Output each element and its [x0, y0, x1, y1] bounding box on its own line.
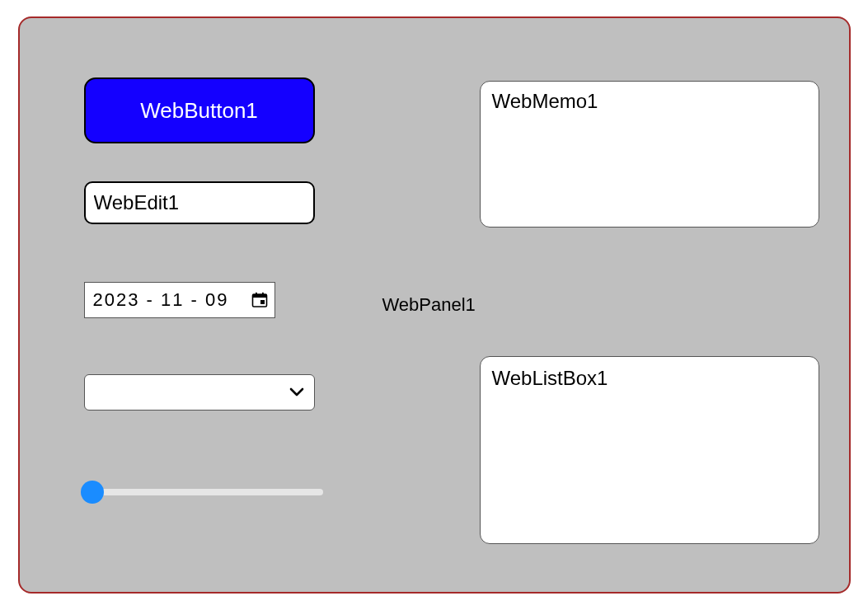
calendar-icon: [251, 292, 268, 308]
slider-track: [84, 489, 323, 495]
web-memo-1[interactable]: [480, 81, 819, 228]
date-value: 2023 - 11 - 09: [93, 289, 251, 311]
svg-rect-4: [260, 300, 265, 304]
web-date-picker-1[interactable]: 2023 - 11 - 09: [84, 282, 275, 318]
svg-rect-1: [252, 294, 266, 298]
web-list-box-1[interactable]: WebListBox1: [480, 356, 819, 544]
web-edit-1[interactable]: [84, 181, 315, 224]
svg-rect-2: [256, 293, 257, 296]
web-track-bar-1[interactable]: [84, 480, 323, 504]
web-combo-box-1[interactable]: [84, 374, 315, 411]
button-label: WebButton1: [140, 98, 258, 124]
slider-thumb[interactable]: [81, 481, 104, 504]
web-button-1[interactable]: WebButton1: [84, 77, 315, 143]
svg-rect-3: [262, 293, 264, 296]
panel-caption: WebPanel1: [382, 294, 476, 316]
chevron-down-icon: [289, 387, 304, 397]
list-item[interactable]: WebListBox1: [492, 365, 807, 392]
web-panel-1: WebPanel1 WebButton1 2023 - 11 - 09: [18, 16, 851, 594]
